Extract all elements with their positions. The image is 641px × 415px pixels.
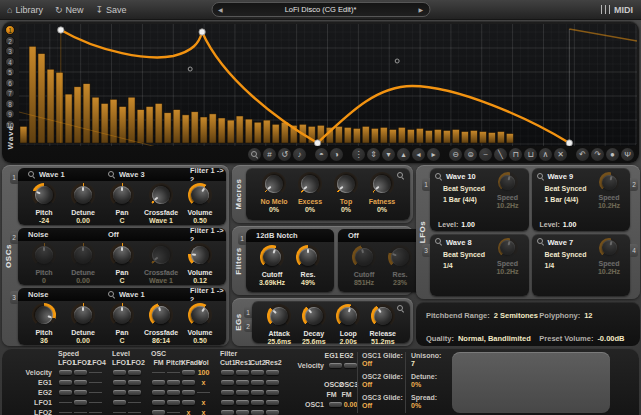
mod-cell[interactable]	[128, 370, 141, 375]
mod-cell-value[interactable]: 100	[197, 369, 211, 376]
unison-spread-setting[interactable]: Spread: 0%	[411, 394, 441, 410]
sine-tool[interactable]: ~	[479, 148, 492, 161]
osc1-filter-routing[interactable]: Filter 1 -> 2	[190, 168, 226, 181]
mod-cell[interactable]	[329, 402, 342, 407]
lfo1-tab[interactable]: 1	[422, 178, 430, 191]
mod-cell-empty[interactable]	[128, 402, 141, 403]
mod-cell[interactable]	[128, 380, 141, 385]
macro-excess-knob[interactable]: Excess0%	[292, 172, 328, 214]
mod-cell[interactable]	[329, 363, 342, 368]
polyphony-setting[interactable]: Polyphony:12	[539, 304, 630, 322]
mod-cell[interactable]	[152, 390, 165, 395]
osc3-volume-knob[interactable]: Volume0.50	[182, 303, 218, 345]
record-tool[interactable]: ●	[606, 148, 619, 161]
lfo3-tab[interactable]: 3	[422, 244, 430, 257]
square-a-tool[interactable]: ⊓	[509, 148, 522, 161]
mod-cell-empty[interactable]	[197, 392, 210, 393]
half-wave-tool[interactable]: ◓	[315, 148, 328, 161]
osc1-crossfade-knob[interactable]: CrossfadeWave 1	[143, 183, 179, 225]
osc2-crossfade-knob[interactable]: CrossfadeWave 1	[143, 243, 179, 285]
mod-cell[interactable]	[236, 410, 249, 415]
saw-tool[interactable]: ╲	[494, 148, 507, 161]
mod-cell[interactable]	[167, 380, 180, 385]
mod-cell-empty[interactable]	[59, 402, 72, 403]
osc1-glide-setting[interactable]: OSC1 Glide: Off	[362, 352, 403, 368]
wave-slot-8[interactable]: 8	[5, 99, 15, 109]
mod-cell[interactable]	[236, 380, 249, 385]
zoom-tool[interactable]	[248, 148, 261, 161]
mod-cell[interactable]	[221, 370, 234, 375]
eg-search-icon[interactable]	[397, 305, 405, 313]
mod-cell[interactable]	[266, 370, 279, 375]
midi-button[interactable]: MIDI	[601, 5, 633, 15]
wave-slot-5[interactable]: 5	[5, 67, 15, 77]
osc2-wave-a-selector[interactable]: Noise	[18, 228, 98, 241]
osc1-detune-knob[interactable]: Detune0.00	[65, 183, 101, 225]
wave-slot-9[interactable]: 9	[5, 109, 15, 119]
mod-cell[interactable]	[59, 390, 72, 395]
mod-cell[interactable]	[74, 370, 87, 375]
mod-cell[interactable]	[59, 370, 72, 375]
osc3-filter-routing[interactable]: Filter 1 -> 2	[190, 288, 226, 301]
osc3-crossfade-knob[interactable]: Crossfade86:14	[143, 303, 179, 345]
osc2-wave-b-selector[interactable]: Off	[98, 228, 190, 241]
random-tool[interactable]: ✕	[554, 148, 567, 161]
unisono-setting[interactable]: Unisono: 7	[411, 352, 441, 368]
macro-top-knob[interactable]: Top0%	[328, 172, 364, 214]
library-button[interactable]: ⌂ Library	[7, 5, 43, 15]
shift-right-tool[interactable]: ▸	[427, 148, 440, 161]
filter1-res-knob[interactable]: Res.49%	[290, 245, 326, 287]
mod-cell-value[interactable]: 0.00	[343, 401, 358, 408]
history-tool[interactable]: ↺	[278, 148, 291, 161]
wave-slot-3[interactable]: 3	[5, 46, 15, 56]
wave-slot-1[interactable]: 1	[5, 25, 15, 35]
osc1-pitch-knob[interactable]: Pitch-24	[26, 183, 62, 225]
mod-cell-empty[interactable]	[89, 392, 102, 393]
wave-slot-2[interactable]: 2	[5, 36, 15, 46]
new-button[interactable]: ↻ New	[55, 5, 84, 15]
undo-tool[interactable]: ↶	[576, 148, 589, 161]
mod-cell[interactable]	[221, 410, 234, 415]
osc3-pitch-knob[interactable]: Pitch36	[26, 303, 62, 345]
mod-cell[interactable]	[167, 390, 180, 395]
shift-down-tool[interactable]: ▾	[382, 148, 395, 161]
mod-cell[interactable]	[182, 400, 195, 405]
eg-release-knob[interactable]: Release51.2ms	[366, 304, 401, 346]
mod-cell[interactable]	[236, 400, 249, 405]
lfo4-tab[interactable]: 4	[630, 244, 638, 257]
next-preset-button[interactable]: ▶	[418, 6, 423, 13]
mod-cell[interactable]	[221, 400, 234, 405]
eg-loop-knob[interactable]: Loop2.00s	[331, 304, 366, 346]
mod-cell-empty[interactable]	[89, 382, 102, 383]
mod-cell-value[interactable]: x	[197, 379, 211, 386]
mod-cell[interactable]	[152, 380, 165, 385]
redo-tool[interactable]: ↷	[591, 148, 604, 161]
shift-left-tool[interactable]: ◂	[412, 148, 425, 161]
osc2-glide-setting[interactable]: OSC2 Glide: Off	[362, 373, 403, 389]
mod-cell-value[interactable]: x	[197, 409, 211, 415]
preset-volume-setting[interactable]: Preset Volume:-0.00dB	[539, 327, 630, 345]
osc2-filter-routing[interactable]: Filter 1 -> 2	[190, 228, 226, 241]
mod-cell[interactable]	[266, 380, 279, 385]
mod-cell[interactable]	[152, 400, 165, 405]
filter2-cutoff-knob[interactable]: Cutoff851Hz	[346, 245, 382, 287]
grid-tool[interactable]: #	[263, 148, 276, 161]
mod-cell[interactable]	[344, 363, 357, 368]
osc2-tab[interactable]: 2	[10, 231, 18, 244]
mod-cell[interactable]	[113, 370, 126, 375]
eg1-tab[interactable]: 1	[244, 306, 252, 318]
mod-cell[interactable]	[266, 410, 279, 415]
mod-cell[interactable]	[266, 390, 279, 395]
wave-slot-4[interactable]: 4	[5, 57, 15, 67]
eg-decay-knob[interactable]: Decay25.6ms	[297, 304, 332, 346]
stretch-vertical-tool[interactable]: ⇕	[367, 148, 380, 161]
osc3-tab[interactable]: 3	[10, 291, 18, 304]
mod-cell-empty[interactable]	[89, 402, 102, 403]
osc3-wave-b-selector[interactable]: Wave 1	[98, 288, 190, 301]
macro-fatness-knob[interactable]: Fatness0%	[364, 172, 400, 214]
mod-cell[interactable]	[251, 390, 264, 395]
macros-search-icon[interactable]	[397, 172, 405, 180]
mod-cell-value[interactable]: x	[182, 409, 196, 415]
square-b-tool[interactable]: ⊔	[524, 148, 537, 161]
mic-tool[interactable]: Ψ	[621, 148, 634, 161]
